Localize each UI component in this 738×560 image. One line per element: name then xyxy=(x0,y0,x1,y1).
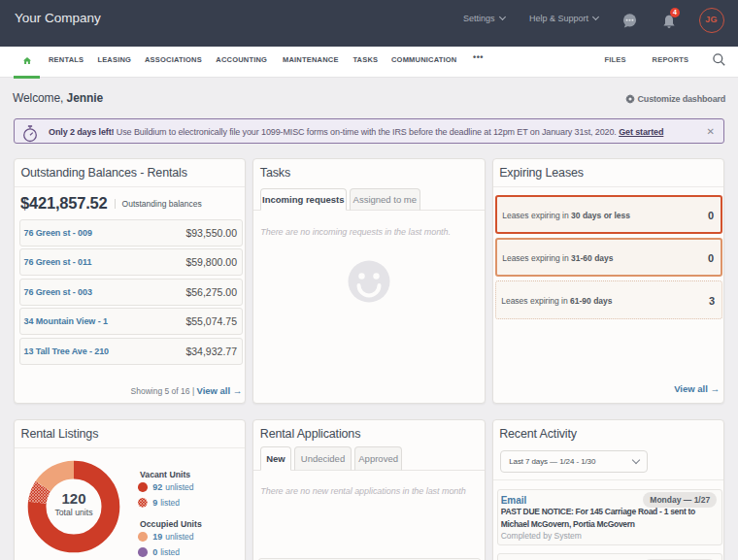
svg-text:120: 120 xyxy=(61,490,85,507)
svg-text:Total units: Total units xyxy=(54,508,93,517)
